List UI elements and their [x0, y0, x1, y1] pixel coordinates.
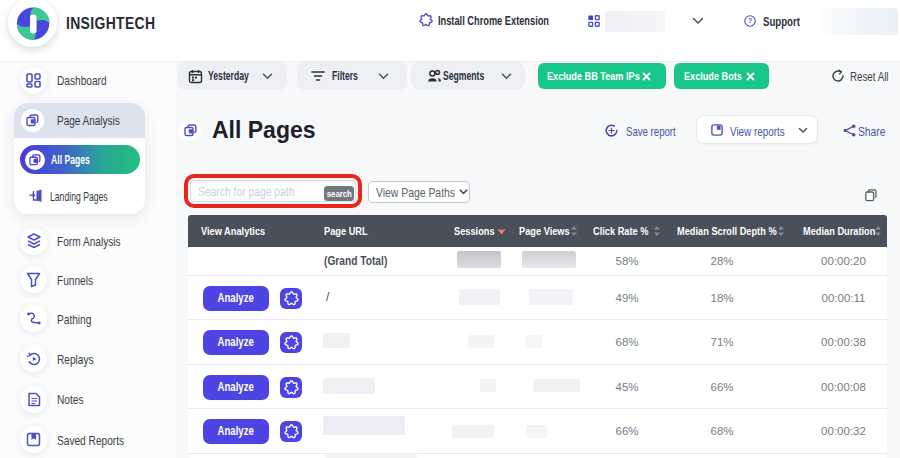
svg-text:?: ? — [748, 17, 752, 24]
